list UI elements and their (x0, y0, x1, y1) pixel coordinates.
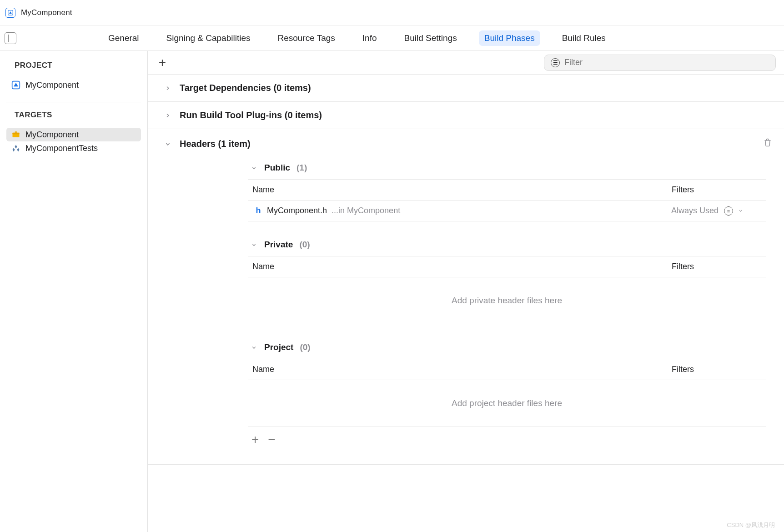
file-path-hint: ...in MyComponent (332, 206, 400, 216)
filter-value: Always Used (671, 206, 719, 216)
headers-private-group: Private (0) Name Filters Add private hea… (148, 235, 784, 338)
phase-headers: Headers (1 item) Public (1) Name (148, 129, 784, 465)
chevron-down-icon (251, 240, 258, 250)
tabs-container: General Signing & Capabilities Resource … (103, 30, 611, 46)
tab-signing-capabilities[interactable]: Signing & Capabilities (161, 30, 256, 46)
phase-run-build-tool: Run Build Tool Plug-ins (0 items) (148, 102, 784, 129)
tests-icon (11, 143, 21, 153)
add-button[interactable]: + (251, 433, 259, 446)
sidebar-project-header: PROJECT (6, 61, 141, 70)
filter-options-icon[interactable]: ≡ (724, 206, 733, 216)
sidebar-project-row[interactable]: MyComponent (6, 78, 141, 92)
svg-rect-3 (13, 133, 20, 134)
tab-info[interactable]: Info (357, 30, 382, 46)
top-row: + ☰ (148, 51, 784, 75)
phase-header[interactable]: Target Dependencies (0 items) (148, 75, 784, 101)
sidebar-target-mycomponent[interactable]: MyComponent (6, 128, 141, 141)
add-phase-button[interactable]: + (156, 56, 169, 69)
empty-project-message: Add project header files here (248, 380, 766, 427)
subgroup-label: Private (264, 240, 293, 250)
empty-private-message: Add private header files here (248, 277, 766, 324)
project-icon (11, 80, 21, 90)
phase-title: Target Dependencies (0 items) (180, 83, 311, 93)
column-filters: Filters (666, 365, 766, 374)
subgroup-count: (0) (300, 342, 310, 352)
header-file-icon: h (254, 206, 262, 216)
sidebar-target-mycomponenttests[interactable]: MyComponentTests (6, 141, 141, 155)
tab-build-rules[interactable]: Build Rules (557, 30, 611, 46)
chevron-right-icon (165, 83, 172, 93)
table-header: Name Filters (248, 359, 766, 380)
sidebar-divider (6, 102, 141, 102)
table-row[interactable]: h MyComponent.h ...in MyComponent Always… (248, 201, 766, 221)
chevron-down-icon (251, 342, 258, 352)
title-bar: MyComponent (0, 0, 784, 25)
sidebar-item-label: MyComponentTests (25, 144, 98, 153)
tab-build-phases[interactable]: Build Phases (479, 30, 540, 46)
main-panel: + ☰ Target Dependencies (0 items) Run Bu… (148, 51, 784, 532)
project-title: MyComponent (21, 8, 72, 17)
column-name: Name (248, 185, 666, 195)
trash-icon[interactable] (763, 137, 776, 150)
filter-icon: ☰ (551, 58, 560, 67)
subgroup-count: (1) (297, 163, 307, 173)
filter-input[interactable] (564, 58, 769, 67)
column-filters: Filters (666, 262, 766, 271)
svg-rect-4 (15, 131, 17, 133)
phase-target-dependencies: Target Dependencies (0 items) (148, 75, 784, 102)
app-icon (5, 8, 15, 18)
sidebar: PROJECT MyComponent TARGETS MyComponent … (0, 51, 148, 532)
filter-field[interactable]: ☰ (544, 55, 776, 71)
subgroup-header[interactable]: Project (0) (248, 342, 766, 352)
subgroup-label: Project (264, 342, 293, 352)
chevron-right-icon (165, 110, 172, 120)
sidebar-targets-header: TARGETS (6, 110, 141, 120)
tab-build-settings[interactable]: Build Settings (399, 30, 462, 46)
file-name: MyComponent.h (267, 206, 327, 216)
chevron-down-icon[interactable] (739, 208, 743, 214)
framework-icon (11, 130, 21, 140)
chevron-down-icon (165, 139, 172, 149)
table-header: Name Filters (248, 256, 766, 277)
tab-bar: General Signing & Capabilities Resource … (0, 25, 784, 51)
subgroup-header[interactable]: Public (1) (248, 163, 766, 173)
tab-resource-tags[interactable]: Resource Tags (272, 30, 340, 46)
remove-button[interactable]: − (268, 433, 275, 446)
headers-public-group: Public (1) Name Filters h MyComponent.h … (148, 158, 784, 235)
table-header: Name Filters (248, 180, 766, 201)
tab-general[interactable]: General (103, 30, 145, 46)
subgroup-header[interactable]: Private (0) (248, 240, 766, 250)
phase-title: Headers (1 item) (180, 139, 251, 149)
phase-header[interactable]: Headers (1 item) (148, 129, 784, 158)
phase-title: Run Build Tool Plug-ins (0 items) (180, 110, 322, 120)
sidebar-toggle-icon[interactable] (5, 32, 16, 44)
phase-header[interactable]: Run Build Tool Plug-ins (0 items) (148, 102, 784, 129)
column-name: Name (248, 365, 666, 374)
subgroup-label: Public (264, 163, 290, 173)
column-filters: Filters (666, 185, 766, 195)
column-name: Name (248, 262, 666, 271)
subgroup-count: (0) (299, 240, 310, 250)
row-tools: + − (248, 427, 766, 451)
chevron-down-icon (251, 163, 258, 173)
headers-project-group: Project (0) Name Filters Add project hea… (148, 338, 784, 464)
sidebar-item-label: MyComponent (25, 130, 79, 140)
sidebar-project-label: MyComponent (25, 80, 79, 90)
